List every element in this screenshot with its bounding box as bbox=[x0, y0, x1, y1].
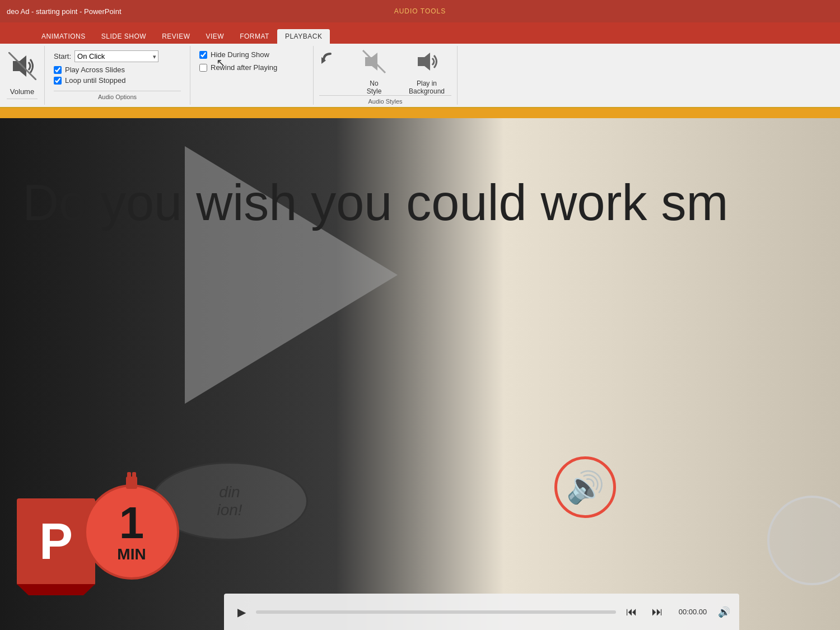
start-select-wrapper[interactable]: On Click Automatically When Clicked On bbox=[74, 50, 158, 62]
slide-main-text: Do you wish you could work sm bbox=[22, 174, 728, 232]
play-across-slides-input[interactable] bbox=[54, 66, 62, 74]
rewind-after-playing-label: Rewind after Playing bbox=[211, 63, 277, 72]
ellipse-text-2: ion! bbox=[217, 501, 242, 519]
speaker-icon: 🔊 bbox=[566, 469, 605, 506]
slide-content: Do you wish you could work sm P 1 MIN di… bbox=[0, 118, 840, 630]
no-style-button[interactable]: NoStyle bbox=[362, 49, 386, 96]
tab-slideshow[interactable]: SLIDE SHOW bbox=[94, 29, 154, 44]
red-circle-highlight: 🔊 bbox=[554, 456, 616, 518]
window-title: deo Ad - starting point - PowerPoint bbox=[7, 7, 282, 16]
loop-until-stopped-checkbox[interactable]: Loop until Stopped bbox=[54, 76, 125, 85]
timer-min: MIN bbox=[117, 545, 146, 563]
pp-red-block: P bbox=[17, 498, 95, 585]
start-select[interactable]: On Click Automatically When Clicked On bbox=[74, 50, 158, 62]
no-style-label: NoStyle bbox=[367, 80, 382, 96]
play-in-background-button[interactable]: Play inBackground bbox=[409, 49, 445, 96]
hide-during-show-checkbox[interactable]: Hide During Show ↖ bbox=[199, 50, 269, 59]
show-options-group-label bbox=[199, 98, 304, 100]
audio-tools-label: AUDIO TOOLS bbox=[282, 7, 558, 15]
volume-control-icon[interactable]: 🔊 bbox=[718, 606, 730, 618]
ribbon-group-show-options: Hide During Show ↖ Rewind after Playing bbox=[190, 46, 314, 105]
rewind-after-playing-input[interactable] bbox=[199, 64, 207, 72]
volume-icon[interactable] bbox=[8, 52, 36, 85]
timer-handle bbox=[126, 477, 137, 489]
ribbon-group-volume: Volume bbox=[0, 46, 45, 105]
ribbon-group-audio-options: Start: On Click Automatically When Click… bbox=[45, 46, 190, 105]
ribbon-group-audio-styles: NoStyle Play inBackground Audio Styles bbox=[314, 46, 458, 105]
title-bar: deo Ad - starting point - PowerPoint AUD… bbox=[0, 0, 840, 22]
tab-review[interactable]: REVIEW bbox=[154, 29, 198, 44]
undo-icon-wrap bbox=[319, 49, 342, 69]
orange-bar bbox=[0, 108, 840, 118]
right-partial-circle bbox=[767, 496, 840, 585]
tab-animations[interactable]: ANIMATIONS bbox=[34, 29, 94, 44]
pp-flag-bottom bbox=[17, 584, 95, 595]
start-row: Start: On Click Automatically When Click… bbox=[54, 50, 181, 62]
ribbon: Volume Start: On Click Automatically Whe… bbox=[0, 44, 840, 108]
timer-number: 1 bbox=[119, 501, 144, 545]
slide-area: Do you wish you could work sm P 1 MIN di… bbox=[0, 108, 840, 630]
pp-letter: P bbox=[39, 513, 73, 571]
play-in-background-label: Play inBackground bbox=[409, 80, 445, 96]
no-style-icon bbox=[362, 49, 386, 77]
rewind-button[interactable]: ⏮ bbox=[622, 603, 642, 620]
volume-label[interactable]: Volume bbox=[10, 87, 34, 96]
tab-format[interactable]: FORMAT bbox=[232, 29, 277, 44]
ribbon-tabs-row: ANIMATIONS SLIDE SHOW REVIEW VIEW FORMAT… bbox=[0, 22, 840, 44]
play-button[interactable]: ▶ bbox=[233, 603, 250, 621]
svg-marker-5 bbox=[418, 53, 430, 71]
loop-until-stopped-input[interactable] bbox=[54, 77, 62, 85]
tab-playback[interactable]: PLAYBACK bbox=[277, 29, 330, 44]
play-in-background-icon bbox=[414, 49, 439, 77]
audio-icon-area: 🔊 bbox=[554, 456, 616, 518]
play-across-slides-label: Play Across Slides bbox=[65, 66, 125, 74]
forward-button[interactable]: ⏭ bbox=[647, 603, 668, 620]
play-across-slides-checkbox[interactable]: Play Across Slides bbox=[54, 66, 125, 74]
timer-circle: 1 MIN bbox=[84, 484, 179, 580]
hide-during-show-input[interactable] bbox=[199, 51, 207, 59]
video-controls-bar: ▶ ⏮ ⏭ 00:00.00 🔊 bbox=[224, 594, 739, 630]
pp-logo-area: P 1 MIN bbox=[17, 484, 179, 585]
audio-options-group-label: Audio Options bbox=[54, 91, 181, 100]
loop-until-stopped-label: Loop until Stopped bbox=[65, 76, 125, 85]
start-label: Start: bbox=[54, 52, 71, 60]
tab-view[interactable]: VIEW bbox=[198, 29, 232, 44]
undo-icon bbox=[319, 49, 342, 69]
rewind-after-playing-checkbox[interactable]: Rewind after Playing bbox=[199, 63, 277, 72]
audio-styles-group-label: Audio Styles bbox=[319, 95, 451, 105]
ellipse-text-1: din bbox=[219, 483, 240, 501]
time-display: 00:00.00 bbox=[673, 608, 712, 616]
audio-options-group-label-vol bbox=[7, 99, 38, 101]
progress-bar[interactable] bbox=[256, 610, 616, 614]
hide-during-show-label: Hide During Show bbox=[211, 50, 269, 59]
